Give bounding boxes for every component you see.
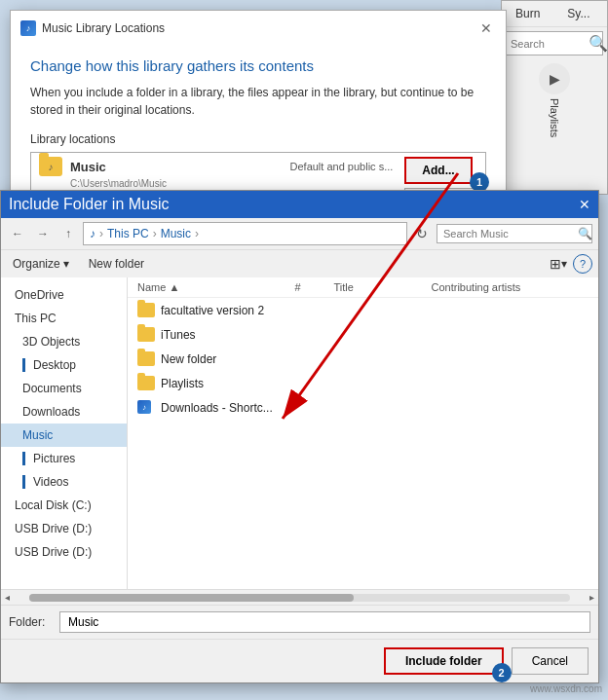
file-name: iTunes <box>137 327 295 342</box>
nav-label: Videos <box>33 475 68 489</box>
file-name: ♪ Downloads - Shortc... <box>137 400 295 415</box>
music-library-icon: ♪ <box>20 20 36 36</box>
table-row[interactable]: iTunes <box>128 322 598 347</box>
bg-search-input[interactable] <box>511 38 589 50</box>
nav-label: This PC <box>15 312 57 325</box>
include-folder-button[interactable]: Include folder <box>384 647 504 675</box>
folder-label: Folder: <box>9 615 54 629</box>
scroll-thumb[interactable] <box>29 594 354 602</box>
bottom-buttons: Include folder 2 Cancel <box>1 639 598 682</box>
shortcut-icon: ♪ <box>137 400 155 415</box>
locations-label: Library locations <box>30 132 486 146</box>
play-icon: ▶ <box>539 63 570 94</box>
lib-item[interactable]: ♪ Music Default and public s... C:\Users… <box>31 153 400 193</box>
nav-localdisk[interactable]: Local Disk (C:) <box>1 494 127 517</box>
music-note-breadcrumb: ♪ <box>90 227 95 240</box>
file-area: OneDrive This PC 3D Objects Desktop Docu… <box>1 277 598 589</box>
help-button[interactable]: ? <box>573 254 592 274</box>
organize-button[interactable]: Organize ▾ <box>7 254 75 274</box>
view-icon: ⊞ <box>550 256 561 272</box>
include-close-button[interactable]: ✕ <box>579 197 590 212</box>
up-button[interactable]: ↑ <box>57 223 79 244</box>
nav-onedrive[interactable]: OneDrive <box>1 283 127 307</box>
back-button[interactable]: ← <box>7 223 28 244</box>
horizontal-scrollbar[interactable]: ◂ ▸ <box>1 589 598 605</box>
library-desc: When you include a folder in a library, … <box>30 84 486 119</box>
add-button[interactable]: Add... <box>404 157 472 184</box>
cancel-button[interactable]: Cancel <box>512 647 589 675</box>
col-num[interactable]: # <box>295 281 334 293</box>
burn-button[interactable]: Burn <box>502 1 553 26</box>
table-row[interactable]: facultative version 2 <box>128 298 598 322</box>
scroll-right-icon[interactable]: ▸ <box>586 592 598 603</box>
breadcrumb-music[interactable]: Music <box>161 227 191 240</box>
nav-pictures[interactable]: Pictures <box>1 447 127 470</box>
search-icon: 🔍 <box>578 227 592 240</box>
organize-label: Organize <box>13 257 60 271</box>
bg-search-bar: 🔍 <box>506 31 603 55</box>
file-name: New folder <box>137 351 295 366</box>
nav-label: Documents <box>22 382 82 395</box>
include-title: Include Folder in Music <box>9 196 170 213</box>
table-row[interactable]: Playlists <box>128 371 598 395</box>
table-row[interactable]: ♪ Downloads - Shortc... <box>128 395 598 420</box>
nav-label: Downloads <box>22 405 80 419</box>
folder-icon <box>137 327 155 342</box>
refresh-button[interactable]: ↻ <box>411 223 433 244</box>
nav-3dobjects[interactable]: 3D Objects <box>1 330 127 353</box>
add-badge: 1 <box>470 172 489 192</box>
lib-item-desc: Default and public s... <box>290 161 394 172</box>
scroll-left-icon[interactable]: ◂ <box>1 592 14 603</box>
file-list-header: Name ▲ # Title Contributing artists <box>128 277 598 298</box>
search-icon: 🔍 <box>589 34 608 53</box>
background-window: Burn Sy... 🔍 ▶ Playlists <box>501 0 608 195</box>
nav-label: Local Disk (C:) <box>15 498 92 512</box>
view-button[interactable]: ⊞ ▾ <box>550 256 567 272</box>
library-title: Music Library Locations <box>42 21 165 35</box>
new-folder-button[interactable]: New folder <box>81 254 152 274</box>
file-name: facultative version 2 <box>137 303 295 317</box>
music-note-icon: ♪ <box>49 162 54 172</box>
nav-thispc[interactable]: This PC <box>1 307 127 330</box>
include-titlebar: Include Folder in Music ✕ <box>1 191 598 218</box>
folder-input[interactable] <box>59 611 590 633</box>
playlists-label: Playlists <box>549 98 560 137</box>
view-dropdown-icon: ▾ <box>561 257 567 271</box>
breadcrumb-thispc[interactable]: This PC <box>107 227 149 240</box>
folder-icon <box>137 376 155 390</box>
nav-downloads[interactable]: Downloads <box>1 400 127 424</box>
music-shortcut-icon: ♪ <box>137 400 151 414</box>
bg-playlists-panel: ▶ Playlists <box>506 63 603 137</box>
include-badge: 2 <box>492 663 512 682</box>
table-row[interactable]: New folder <box>128 347 598 371</box>
search-bar: 🔍 <box>437 224 592 243</box>
lib-folder-icon: ♪ <box>39 157 62 176</box>
nav-label: OneDrive <box>15 288 64 302</box>
col-contributing[interactable]: Contributing artists <box>432 281 589 293</box>
scroll-track <box>29 594 570 602</box>
forward-button[interactable]: → <box>32 223 54 244</box>
breadcrumb-bar: ♪ › This PC › Music › <box>83 222 407 245</box>
sync-button[interactable]: Sy... <box>553 1 603 26</box>
watermark: www.wsxdn.com <box>530 683 602 694</box>
col-name[interactable]: Name ▲ <box>137 281 295 293</box>
search-input[interactable] <box>443 228 578 239</box>
col-title[interactable]: Title <box>334 281 432 293</box>
nav-label: USB Drive (D:) <box>15 545 92 559</box>
library-heading: Change how this library gathers its cont… <box>30 57 486 74</box>
library-titlebar-left: ♪ Music Library Locations <box>20 20 165 36</box>
nav-desktop[interactable]: Desktop <box>1 353 127 377</box>
library-titlebar: ♪ Music Library Locations ✕ <box>11 11 506 42</box>
nav-documents[interactable]: Documents <box>1 377 127 400</box>
nav-label: Music <box>22 428 53 442</box>
left-nav: OneDrive This PC 3D Objects Desktop Docu… <box>1 277 128 589</box>
nav-usbdrive[interactable]: USB Drive (D:) <box>1 517 127 540</box>
nav-music[interactable]: Music <box>1 424 127 447</box>
folder-icon <box>137 351 155 366</box>
nav-usbdrive2[interactable]: USB Drive (D:) <box>1 540 127 564</box>
nav-videos[interactable]: Videos <box>1 470 127 494</box>
nav-label: USB Drive (D:) <box>15 522 92 535</box>
library-close-button[interactable]: ✕ <box>476 18 496 38</box>
folder-bar: Folder: <box>1 605 598 639</box>
file-list: Name ▲ # Title Contributing artists facu… <box>128 277 598 589</box>
